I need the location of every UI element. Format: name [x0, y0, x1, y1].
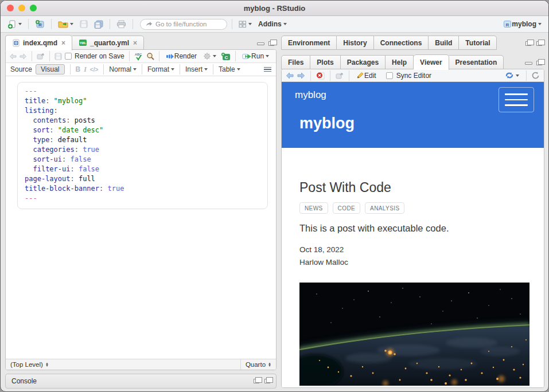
tab-packages[interactable]: Packages	[341, 55, 386, 69]
code-line[interactable]: title: "myblog"	[25, 96, 260, 106]
paragraph-style-dropdown[interactable]: Normal	[109, 65, 137, 73]
close-tab-icon[interactable]: ×	[133, 39, 137, 47]
render-button[interactable]: Render	[164, 51, 198, 61]
post-thumbnail-earth-image[interactable]	[299, 283, 529, 386]
code-line[interactable]: sort: "date desc"	[25, 126, 260, 135]
console-pane[interactable]: Console	[5, 374, 277, 389]
separator	[110, 19, 110, 29]
tab-quarto-yml[interactable]: YML _quarto.yml ×	[72, 36, 144, 50]
forward-icon[interactable]	[20, 53, 27, 60]
file-type-selector[interactable]: Quarto ▲▼	[240, 359, 276, 370]
tab-environment[interactable]: Environment	[281, 36, 337, 50]
close-window-icon[interactable]	[7, 5, 14, 11]
yaml-front-matter-block[interactable]: ---title: "myblog"listing: contents: pos…	[17, 82, 268, 209]
italic-button[interactable]: I	[84, 65, 87, 74]
publish-button[interactable]	[503, 70, 521, 80]
zoom-window-icon[interactable]	[30, 5, 37, 11]
pane-grid-icon	[239, 21, 247, 28]
new-file-button[interactable]	[6, 18, 24, 30]
addins-label: Addins	[258, 20, 282, 28]
bold-button[interactable]: B	[76, 65, 81, 73]
code-line[interactable]: categories: true	[25, 145, 260, 155]
visual-mode-toggle[interactable]: Visual	[36, 64, 64, 75]
save-all-button[interactable]	[92, 19, 105, 30]
refresh-icon[interactable]	[532, 72, 540, 79]
code-line[interactable]: sort-ui: false	[25, 155, 260, 164]
save-button[interactable]	[78, 19, 89, 29]
maximize-pane-icon[interactable]	[268, 41, 274, 46]
code-line[interactable]: title-block-banner: true	[25, 184, 260, 194]
new-project-icon: R	[35, 19, 45, 29]
insert-menu[interactable]: Insert	[185, 65, 208, 73]
post-listing-item[interactable]: Post With Code NEWSCODEANALYSIS This is …	[282, 180, 544, 386]
spellcheck-icon[interactable]: ABC	[134, 52, 143, 61]
code-line[interactable]: page-layout: full	[25, 174, 260, 184]
tab-presentation[interactable]: Presentation	[449, 55, 504, 69]
format-menu[interactable]: Format	[147, 65, 174, 73]
restore-pane-icon[interactable]	[525, 41, 531, 46]
insert-chunk-icon[interactable]: C	[221, 52, 231, 61]
code-line[interactable]: type: default	[25, 135, 260, 145]
tab-build[interactable]: Build	[429, 36, 459, 50]
edit-button[interactable]: Edit	[355, 70, 378, 81]
svg-text:C: C	[225, 54, 228, 60]
viewer-back-icon[interactable]	[286, 72, 294, 79]
render-on-save-checkbox[interactable]	[65, 53, 72, 60]
code-line[interactable]: ---	[25, 87, 260, 96]
maximize-console-icon[interactable]	[264, 379, 270, 383]
code-line[interactable]: contents: posts	[25, 116, 260, 126]
addins-button[interactable]: Addins	[256, 19, 289, 29]
new-project-button[interactable]: R	[33, 18, 46, 30]
post-title-link[interactable]: Post With Code	[299, 180, 529, 195]
code-button[interactable]: </>	[90, 66, 98, 73]
sync-editor-checkbox[interactable]	[386, 72, 393, 79]
print-button[interactable]	[115, 19, 128, 29]
separator	[70, 64, 71, 75]
addins-caret-icon	[283, 23, 287, 25]
popout-icon[interactable]	[336, 72, 344, 79]
close-tab-icon[interactable]: ×	[61, 39, 65, 47]
category-pill[interactable]: NEWS	[299, 202, 328, 214]
goto-file-input[interactable]: Go to file/function	[140, 19, 227, 30]
code-line[interactable]: ---	[25, 194, 260, 203]
code-line[interactable]: listing:	[25, 106, 260, 116]
tab-connections[interactable]: Connections	[374, 36, 429, 50]
popout-icon[interactable]	[37, 53, 45, 60]
project-menu-button[interactable]: R myblog	[501, 19, 543, 29]
editor-content[interactable]: ---title: "myblog"listing: contents: pos…	[6, 76, 276, 359]
category-pill[interactable]: CODE	[333, 202, 361, 214]
files-pane: FilesPlotsPackagesHelpViewerPresentation	[281, 53, 544, 388]
search-icon[interactable]	[146, 52, 154, 60]
tab-plots[interactable]: Plots	[310, 55, 340, 69]
tab-index-qmd[interactable]: index.qmd ×	[5, 35, 72, 50]
viewer-content[interactable]: myblog myblog Post With Code NEWSCODEANA…	[282, 82, 544, 387]
navbar-brand-link[interactable]: myblog	[295, 89, 326, 100]
source-mode-toggle[interactable]: Source	[10, 65, 32, 73]
clear-viewer-icon[interactable]	[316, 72, 325, 80]
maximize-pane-icon[interactable]	[536, 41, 542, 46]
run-button[interactable]: Run	[240, 51, 271, 61]
titlebar: myblog - RStudio	[1, 1, 548, 16]
hamburger-menu-button[interactable]	[499, 87, 534, 112]
scope-selector[interactable]: (Top Level) ▲▼	[6, 361, 53, 368]
pane-layout-button[interactable]	[237, 19, 254, 29]
outline-toggle-icon[interactable]	[264, 67, 271, 72]
category-pill[interactable]: ANALYSIS	[365, 202, 404, 214]
table-menu[interactable]: Table	[219, 65, 240, 73]
back-icon[interactable]	[9, 53, 17, 60]
minimize-window-icon[interactable]	[18, 5, 25, 11]
minimize-pane-icon[interactable]	[525, 62, 532, 65]
tab-viewer[interactable]: Viewer	[414, 54, 449, 70]
minimize-pane-icon[interactable]	[257, 42, 264, 45]
tab-files[interactable]: Files	[281, 55, 310, 69]
tab-tutorial[interactable]: Tutorial	[459, 36, 497, 50]
render-options-button[interactable]	[201, 51, 218, 61]
code-line[interactable]: filter-ui: false	[25, 164, 260, 174]
tab-history[interactable]: History	[337, 36, 373, 50]
restore-console-icon[interactable]	[254, 379, 259, 383]
save-icon[interactable]	[54, 53, 62, 60]
maximize-pane-icon[interactable]	[536, 61, 542, 65]
viewer-forward-icon[interactable]	[297, 72, 305, 79]
tab-help[interactable]: Help	[386, 55, 414, 69]
open-file-button[interactable]	[56, 19, 75, 29]
